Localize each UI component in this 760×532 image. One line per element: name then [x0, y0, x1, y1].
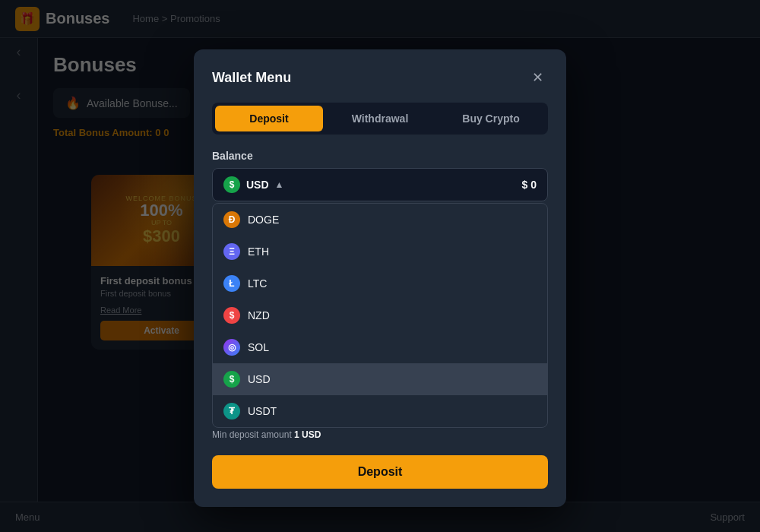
currency-dropdown: Ð DOGE Ξ ETH Ł LTC $ NZD ◎ SOL: [212, 203, 548, 428]
usd-label: USD: [248, 373, 271, 385]
coin-ltc: Ł: [223, 275, 240, 292]
min-deposit-text: Min deposit amount 1 USD: [212, 429, 548, 440]
currency-selector-container: $ USD ▲ $ 0 Ð DOGE Ξ ETH Ł LTC: [212, 168, 548, 201]
tab-withdrawal[interactable]: Withdrawal: [326, 106, 434, 131]
currency-chevron-icon: ▲: [275, 179, 284, 190]
nzd-label: NZD: [248, 309, 270, 321]
deposit-submit-button[interactable]: Deposit: [212, 455, 548, 489]
ltc-label: LTC: [248, 277, 267, 290]
dropdown-item-usd[interactable]: $ USD: [213, 363, 547, 395]
coin-doge: Ð: [223, 211, 240, 228]
selected-currency-name: USD: [246, 179, 269, 191]
tab-deposit[interactable]: Deposit: [215, 106, 323, 131]
coin-eth: Ξ: [223, 243, 240, 260]
dropdown-item-nzd[interactable]: $ NZD: [213, 299, 547, 331]
dropdown-item-ltc[interactable]: Ł LTC: [213, 268, 547, 299]
coin-nzd: $: [223, 307, 240, 324]
coin-usd-dropdown: $: [223, 371, 240, 388]
doge-label: DOGE: [248, 214, 279, 226]
modal-title: Wallet Menu: [212, 70, 291, 86]
dropdown-item-sol[interactable]: ◎ SOL: [213, 331, 547, 363]
modal-close-button[interactable]: ✕: [527, 68, 548, 87]
selected-currency-coin: $: [223, 176, 240, 193]
usdt-label: USDT: [248, 405, 277, 417]
tab-buy-crypto[interactable]: Buy Crypto: [437, 106, 545, 131]
currency-selector[interactable]: $ USD ▲ $ 0: [212, 168, 548, 201]
dropdown-item-eth[interactable]: Ξ ETH: [213, 236, 547, 268]
currency-balance: $ 0: [522, 179, 537, 191]
currency-left: $ USD ▲: [223, 176, 283, 193]
coin-sol: ◎: [223, 339, 240, 356]
modal-header: Wallet Menu ✕: [212, 68, 548, 87]
eth-label: ETH: [248, 245, 269, 258]
balance-label: Balance: [212, 150, 548, 162]
dropdown-item-doge[interactable]: Ð DOGE: [213, 204, 547, 236]
modal-tabs: Deposit Withdrawal Buy Crypto: [212, 103, 548, 135]
modal-overlay: Wallet Menu ✕ Deposit Withdrawal Buy Cry…: [0, 0, 760, 532]
dropdown-item-usdt[interactable]: ₮ USDT: [213, 395, 547, 427]
coin-usdt: ₮: [223, 403, 240, 420]
min-deposit-value: 1 USD: [294, 429, 321, 440]
wallet-modal: Wallet Menu ✕ Deposit Withdrawal Buy Cry…: [194, 49, 566, 507]
sol-label: SOL: [248, 341, 269, 353]
